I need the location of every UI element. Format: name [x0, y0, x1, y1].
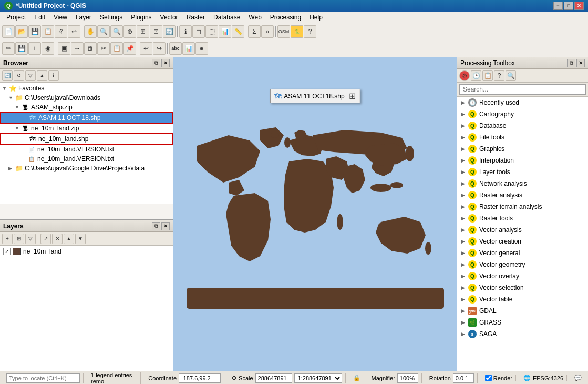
- zoom-out-button[interactable]: 🔍: [110, 25, 123, 38]
- menu-view[interactable]: View: [49, 13, 71, 22]
- digitize-button[interactable]: ◉: [42, 42, 54, 55]
- toolbox-search-button[interactable]: 🔍: [506, 70, 516, 81]
- magnifier-input[interactable]: [397, 373, 418, 383]
- osm-button[interactable]: OSM: [277, 25, 290, 38]
- render-checkbox-container[interactable]: Render: [485, 375, 512, 381]
- paste-features-button[interactable]: 📌: [123, 42, 136, 55]
- menu-layer[interactable]: Layer: [71, 13, 96, 22]
- tree-item-ne-shp[interactable]: 🗺 ne_10m_land.shp: [0, 133, 173, 145]
- measure-button[interactable]: 📏: [232, 25, 244, 38]
- menu-processing[interactable]: Processing: [266, 13, 305, 22]
- field-calc-button[interactable]: 🖩: [195, 42, 208, 55]
- save-project-button[interactable]: 💾: [28, 25, 41, 38]
- toolbox-item-raster-terrain[interactable]: ▶ Q Raster terrain analysis: [457, 201, 588, 213]
- label-button[interactable]: abc: [169, 42, 182, 55]
- open-project-button[interactable]: 📂: [15, 25, 28, 38]
- menu-vector[interactable]: Vector: [156, 13, 182, 22]
- scale-input[interactable]: [255, 373, 292, 383]
- python-button[interactable]: 🐍: [291, 25, 303, 38]
- open-layer-properties[interactable]: ↗: [40, 234, 51, 244]
- add-layer-button[interactable]: +: [2, 234, 13, 244]
- menu-web[interactable]: Web: [244, 13, 265, 22]
- filter-layers-button[interactable]: ▽: [25, 234, 36, 244]
- manage-layers-button[interactable]: ⊞: [14, 234, 24, 244]
- toolbox-dock-button[interactable]: ⧉: [567, 59, 575, 67]
- pan-tool[interactable]: ✋: [84, 25, 97, 38]
- diagram-button[interactable]: 📊: [182, 42, 195, 55]
- save-edits-button[interactable]: 💾: [15, 42, 28, 55]
- browser-filter-button[interactable]: ▽: [25, 70, 36, 81]
- tree-item-google-drive[interactable]: ▶ 📁 C:\Users\ujaval\Google Drive\Project…: [0, 164, 173, 173]
- toolbox-settings-button[interactable]: ⚙: [459, 70, 470, 81]
- toolbox-item-interpolation[interactable]: ▶ Q Interpolation: [457, 155, 588, 166]
- toolbox-close-button[interactable]: ✕: [576, 59, 585, 67]
- close-button[interactable]: ✕: [574, 2, 584, 10]
- help-button[interactable]: ?: [304, 25, 316, 38]
- browser-close-button[interactable]: ✕: [161, 59, 170, 67]
- toolbox-item-network-analysis[interactable]: ▶ Q Network analysis: [457, 178, 588, 189]
- toolbox-item-layer-tools[interactable]: ▶ Q Layer tools: [457, 166, 588, 178]
- select-features-button[interactable]: ◻: [192, 25, 205, 38]
- toolbox-item-vector-general[interactable]: ▶ Q Vector general: [457, 247, 588, 259]
- new-project-button[interactable]: 📄: [2, 25, 15, 38]
- menu-project[interactable]: Project: [2, 13, 30, 22]
- cut-features-button[interactable]: ✂: [97, 42, 110, 55]
- toolbox-item-saga[interactable]: ▶ S SAGA: [457, 328, 588, 340]
- tree-item-ne-zip[interactable]: ▼ 🗜 ne_10m_land.zip: [0, 124, 173, 133]
- toolbox-controls[interactable]: ⧉ ✕: [567, 59, 585, 67]
- menu-database[interactable]: Database: [209, 13, 244, 22]
- toolbox-item-vector-table[interactable]: ▶ Q Vector table: [457, 294, 588, 305]
- browser-dock-button[interactable]: ⧉: [152, 59, 160, 67]
- copy-features-button[interactable]: 📋: [110, 42, 123, 55]
- browser-info-button[interactable]: ℹ: [48, 70, 59, 81]
- identify-button[interactable]: ℹ: [179, 25, 192, 38]
- menu-settings[interactable]: Settings: [96, 13, 127, 22]
- toolbox-results-button[interactable]: 📋: [482, 70, 493, 81]
- sum-stats-button[interactable]: Σ: [248, 25, 261, 38]
- browser-panel-controls[interactable]: ⧉ ✕: [152, 59, 170, 67]
- toolbox-item-vector-overlay[interactable]: ▶ Q Vector overlay: [457, 270, 588, 282]
- add-feature-button[interactable]: +: [28, 42, 41, 55]
- toolbox-help-button[interactable]: ?: [494, 70, 504, 81]
- undo-button[interactable]: ↩: [68, 25, 80, 38]
- toolbox-item-graphics[interactable]: ▶ Q Graphics: [457, 143, 588, 155]
- layers-panel-controls[interactable]: ⧉ ✕: [152, 222, 170, 230]
- move-down-button[interactable]: ▼: [75, 234, 86, 244]
- tree-item-asam-zip[interactable]: ▼ 🗜 ASAM_shp.zip: [0, 103, 173, 112]
- toolbox-item-vector-analysis[interactable]: ▶ Q Vector analysis: [457, 224, 588, 236]
- toolbox-search-input[interactable]: [459, 84, 586, 95]
- zoom-layer-button[interactable]: ⊞: [137, 25, 149, 38]
- edit-mode-button[interactable]: ✏: [2, 42, 15, 55]
- layer-checkbox-ne10m[interactable]: ✓: [3, 248, 11, 255]
- locate-input[interactable]: [6, 373, 80, 383]
- layers-close-button[interactable]: ✕: [161, 222, 170, 230]
- tree-item-ne-version[interactable]: 📄 ne_10m_land.VERSION.txt: [0, 145, 173, 154]
- toolbox-item-raster-analysis[interactable]: ▶ Q Raster analysis: [457, 189, 588, 201]
- tree-item-ne-versiontxt[interactable]: 📋 ne_10m_land.VERSION.txt: [0, 154, 173, 164]
- window-controls[interactable]: − □ ✕: [553, 2, 584, 10]
- toolbox-item-file-tools[interactable]: ▶ Q File tools: [457, 132, 588, 143]
- tree-item-favorites[interactable]: ▼ ⭐ Favorites: [0, 84, 173, 93]
- browser-add-button[interactable]: 🔄: [2, 70, 13, 81]
- node-tool-button[interactable]: ▣: [58, 42, 70, 55]
- delete-feature-button[interactable]: 🗑: [84, 42, 97, 55]
- toolbox-item-vector-creation[interactable]: ▶ Q Vector creation: [457, 236, 588, 247]
- browser-refresh-button[interactable]: ↺: [14, 70, 24, 81]
- move-up-button[interactable]: ▲: [64, 234, 74, 244]
- render-checkbox[interactable]: [485, 375, 492, 381]
- minimize-button[interactable]: −: [553, 2, 563, 10]
- move-feature-button[interactable]: ↔: [71, 42, 84, 55]
- save-as-button[interactable]: 📋: [42, 25, 54, 38]
- layers-dock-button[interactable]: ⧉: [152, 222, 160, 230]
- more-button[interactable]: »: [261, 25, 274, 38]
- tree-item-downloads[interactable]: ▼ 📁 C:\Users\ujaval\Downloads: [0, 93, 173, 103]
- toolbox-item-gdal[interactable]: ▶ gdal GDAL: [457, 305, 588, 317]
- menu-edit[interactable]: Edit: [30, 13, 49, 22]
- remove-layer-button[interactable]: ✕: [52, 234, 63, 244]
- zoom-full-button[interactable]: ⊕: [123, 25, 136, 38]
- layer-item-ne10m[interactable]: ✓ ne_10m_land: [1, 247, 172, 256]
- deselect-button[interactable]: ⬚: [205, 25, 218, 38]
- toolbox-item-recently-used[interactable]: ▶ 🕒 Recently used: [457, 97, 588, 108]
- toolbox-item-vector-geometry[interactable]: ▶ Q Vector geometry: [457, 259, 588, 270]
- toolbox-item-database[interactable]: ▶ Q Database: [457, 120, 588, 132]
